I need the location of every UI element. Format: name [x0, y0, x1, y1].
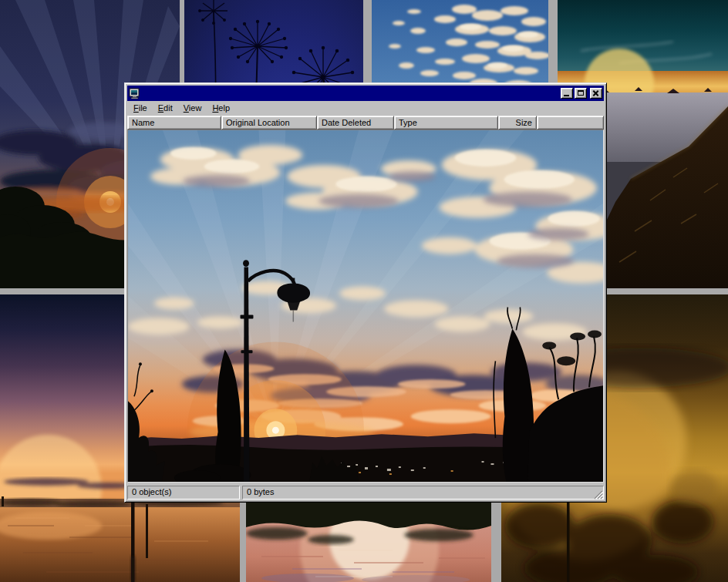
minimize-button[interactable]: [561, 88, 573, 99]
maximize-button[interactable]: [575, 88, 587, 99]
recycle-bin-window: FileEditViewHelp NameOriginal LocationDa…: [124, 82, 607, 503]
close-button[interactable]: [590, 88, 602, 99]
minimize-icon: [564, 95, 569, 96]
column-header-original-location[interactable]: Original Location: [221, 116, 317, 130]
menu-file[interactable]: File: [128, 102, 153, 115]
column-header-row: NameOriginal LocationDate DeletedTypeSiz…: [127, 116, 604, 130]
status-bytes: 0 bytes: [242, 486, 604, 500]
desktop-collage-wallpaper: FileEditViewHelp NameOriginal LocationDa…: [0, 0, 728, 582]
status-objects: 0 object(s): [127, 486, 240, 500]
column-header-blank[interactable]: [537, 116, 604, 130]
status-bar: 0 object(s) 0 bytes: [127, 484, 604, 500]
column-header-type[interactable]: Type: [394, 116, 498, 130]
title-bar[interactable]: [127, 86, 604, 101]
lamp-sunset-photo: [128, 130, 603, 482]
menu-view[interactable]: View: [178, 102, 207, 115]
column-header-name[interactable]: Name: [127, 116, 221, 130]
menu-help[interactable]: Help: [207, 102, 235, 115]
column-header-date-deleted[interactable]: Date Deleted: [317, 116, 394, 130]
computer-icon[interactable]: [129, 88, 140, 99]
column-header-size[interactable]: Size: [498, 116, 537, 130]
maximize-icon: [578, 90, 584, 96]
menu-edit[interactable]: Edit: [153, 102, 178, 115]
resize-grip-icon[interactable]: [593, 489, 603, 499]
menu-bar: FileEditViewHelp: [127, 101, 604, 116]
list-view-area[interactable]: [127, 130, 604, 483]
